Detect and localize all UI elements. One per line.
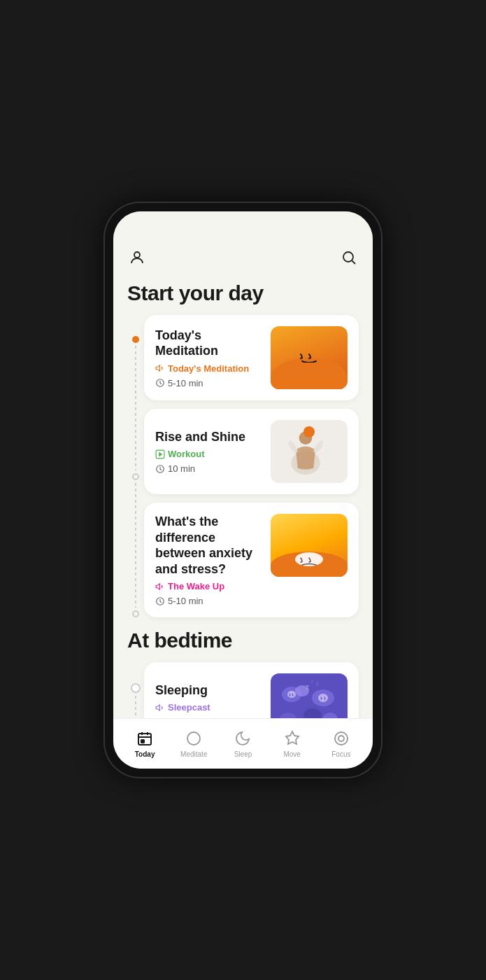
bottom-nav: Today Meditate Sleep <box>113 718 373 769</box>
start-day-title: Start your day <box>127 281 359 305</box>
clock-icon-1 <box>155 378 165 388</box>
svg-marker-29 <box>286 732 299 744</box>
rise-shine-meta: Workout <box>155 449 262 459</box>
today-label: Today <box>135 750 155 758</box>
bedtime-dot <box>131 683 141 693</box>
volume-icon-3 <box>155 703 165 713</box>
anxiety-duration: 5-10 min <box>155 596 262 606</box>
sleep-label: Sleep <box>234 750 252 758</box>
timeline-dot-inactive-2 <box>132 610 139 617</box>
status-bar <box>113 211 373 242</box>
tab-focus[interactable]: Focus <box>323 729 359 758</box>
svg-rect-26 <box>138 734 151 745</box>
timeline-line-2 <box>135 483 136 608</box>
meditation-image <box>271 326 348 389</box>
top-nav <box>113 242 373 270</box>
volume-icon-2 <box>155 582 165 592</box>
sleeping-title: Sleeping <box>155 682 262 699</box>
profile-button[interactable] <box>127 248 147 267</box>
timeline <box>127 315 144 617</box>
meditation-face <box>295 349 323 367</box>
bedtime-line <box>135 696 136 718</box>
svg-text:z: z <box>306 683 309 691</box>
svg-text:z: z <box>311 679 313 683</box>
play-icon <box>155 449 165 459</box>
anxiety-image <box>271 514 348 577</box>
anxiety-title: What's the difference between anxiety an… <box>155 514 262 577</box>
anxiety-card[interactable]: What's the difference between anxiety an… <box>144 503 359 617</box>
focus-icon <box>332 729 350 748</box>
rise-orange-dot <box>303 426 315 438</box>
sleeping-meta: Sleepcast <box>155 702 262 713</box>
svg-marker-9 <box>156 583 159 589</box>
clock-icon-2 <box>155 464 165 474</box>
sleeping-card[interactable]: Sleeping Sleepcast <box>144 662 359 718</box>
rise-shine-category: Workout <box>168 449 204 459</box>
anxiety-time: 5-10 min <box>168 596 203 606</box>
svg-point-1 <box>343 252 353 262</box>
meditation-card[interactable]: Today'sMeditation Today's Meditation <box>144 315 359 400</box>
timeline-line-1 <box>135 346 136 470</box>
move-icon <box>283 729 301 748</box>
person-icon <box>129 249 145 266</box>
cards-column: Today'sMeditation Today's Meditation <box>144 315 359 617</box>
tab-sleep[interactable]: Sleep <box>224 729 261 758</box>
sleeping-category: Sleepcast <box>168 702 210 713</box>
start-day-cards: Today'sMeditation Today's Meditation <box>127 315 359 617</box>
tab-meditate[interactable]: Meditate <box>176 729 212 758</box>
search-icon <box>341 249 357 266</box>
move-label: Move <box>283 750 300 758</box>
svg-point-22 <box>318 694 328 702</box>
bedtime-timeline <box>127 662 144 718</box>
svg-point-31 <box>338 736 344 741</box>
rise-shine-title: Rise and Shine <box>155 429 262 445</box>
meditate-icon <box>185 729 203 748</box>
timeline-dot-active <box>132 336 139 343</box>
bedtime-cards: Sleeping Sleepcast <box>144 662 359 718</box>
anxiety-category: The Wake Up <box>168 581 224 592</box>
bedtime-section: At bedtime Sleeping <box>127 629 359 718</box>
phone-screen: Start your day Today'sMeditation <box>113 211 373 769</box>
anxiety-face <box>294 551 324 571</box>
anxiety-meta: The Wake Up <box>155 581 262 592</box>
rise-shine-card[interactable]: Rise and Shine Workout <box>144 409 359 494</box>
bedtime-row: Sleeping Sleepcast <box>127 662 359 718</box>
svg-text:z: z <box>316 680 319 687</box>
meditation-duration: 5-10 min <box>155 378 262 388</box>
sleeping-image: z z z <box>271 673 348 718</box>
timeline-dot-inactive-1 <box>132 473 139 480</box>
anxiety-content: What's the difference between anxiety an… <box>155 514 262 606</box>
rise-shine-duration: 10 min <box>155 463 262 474</box>
rise-shine-time: 10 min <box>168 463 195 474</box>
clock-icon-3 <box>155 596 165 606</box>
search-button[interactable] <box>339 248 359 267</box>
svg-point-28 <box>187 732 200 745</box>
svg-marker-2 <box>156 365 159 371</box>
svg-marker-12 <box>156 705 159 710</box>
sleeping-pattern-svg: z z z <box>278 677 341 718</box>
svg-point-30 <box>335 732 348 745</box>
svg-point-21 <box>287 691 296 698</box>
today-icon <box>136 729 154 748</box>
meditation-category: Today's Meditation <box>168 363 249 374</box>
meditation-meta: Today's Meditation <box>155 363 262 374</box>
meditate-label: Meditate <box>180 750 207 758</box>
tab-move[interactable]: Move <box>274 729 310 758</box>
sleep-icon <box>234 729 252 748</box>
svg-marker-5 <box>159 452 162 456</box>
volume-icon <box>155 363 165 373</box>
focus-label: Focus <box>331 750 350 758</box>
sleeping-content: Sleeping Sleepcast <box>155 673 262 718</box>
rise-shine-content: Rise and Shine Workout <box>155 420 262 483</box>
meditation-title: Today'sMeditation <box>155 328 262 359</box>
svg-rect-27 <box>141 740 144 743</box>
meditation-card-content: Today'sMeditation Today's Meditation <box>155 326 262 389</box>
scroll-area: Start your day Today'sMeditation <box>113 270 373 718</box>
phone-frame: Start your day Today'sMeditation <box>105 203 381 777</box>
rise-shine-image <box>271 420 348 483</box>
meditation-time: 5-10 min <box>168 378 203 388</box>
svg-point-0 <box>134 252 140 258</box>
bedtime-title: At bedtime <box>127 629 359 652</box>
tab-today[interactable]: Today <box>127 729 163 758</box>
